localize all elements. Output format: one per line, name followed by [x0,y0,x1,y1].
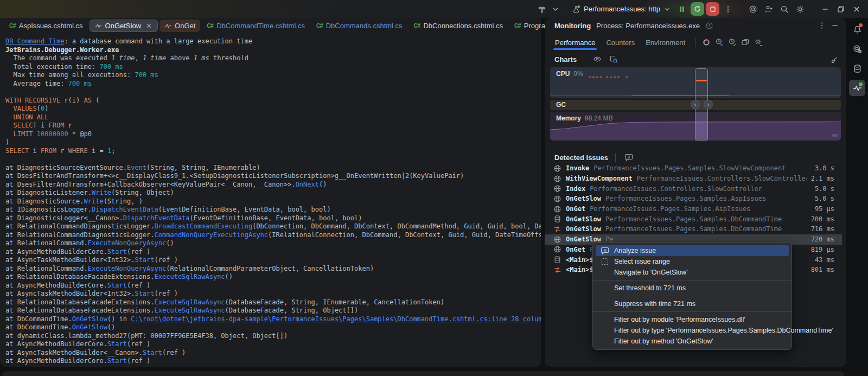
web-request-icon [553,245,561,253]
zoom-to-selection-icon[interactable] [608,53,620,65]
editor-tab-dbconnections-cshtml-cs[interactable]: C#DbConnections.cshtml.cs [409,20,508,32]
help-icon[interactable]: ? [705,22,713,30]
code-link[interactable]: C:\root\dotnet\jetbrains-dpa-sample\Perf… [131,315,541,323]
issue-row-ongetslow[interactable]: OnGetSlowPerformanceIssues.Pages.Samples… [545,194,842,204]
issue-row-withviewcomponent[interactable]: WithViewComponentPerformanceIssues.Contr… [545,174,842,184]
menu-item-filter-out-by[interactable]: Filter out by module 'PerformanceIssues.… [596,314,789,325]
editor-tab-ongetslow[interactable]: OnGetSlow [90,20,158,32]
code-link[interactable]: ExecuteNonQueryAsync [88,265,167,272]
bottom-panel-edge[interactable] [2,371,844,376]
code-line: at AsyncTaskMethodBuilder<Int32>.Start(r… [5,256,541,265]
analyze-bubble-icon[interactable]: @ [623,151,635,163]
code-link[interactable]: Start [135,290,154,297]
tab-environment[interactable]: Environment [641,34,690,50]
issue-row-invoke[interactable]: InvokePerformanceIssues.Pages.Samples.Sl… [545,163,842,174]
code-link[interactable]: ExecuteNonQueryAsync [88,239,167,247]
menu-item-suppress-with-time[interactable]: Suppress with time 721 ms [596,298,789,309]
code-line: at DsesFilterAndTransform+CallbackObserv… [5,181,541,189]
issue-row-onget[interactable]: OnGetPerformanceIssues.Pages.Samples.Asp… [545,204,842,214]
run-configuration-widget[interactable]: PerformanceIssues: http [570,2,673,16]
code-link[interactable]: Event [127,164,146,171]
issue-row-ongetslow[interactable]: OnGetSlowPerformanceIssues.Pages.Samples… [545,214,842,224]
issue-row-index[interactable]: IndexPerformanceIssues.Controllers.SlowC… [545,183,842,194]
charts-section-header: Charts [554,53,620,65]
ai-chat-icon[interactable] [849,41,865,57]
snapshots-layers-icon[interactable] [739,36,751,48]
tab-performance[interactable]: Performance [550,34,600,50]
menu-item-select-issue-range[interactable]: Select issue range [596,256,789,267]
code-link[interactable]: CommandNonQueryExecutingAsync [155,231,269,239]
editor-tab-aspissues-cshtml-cs[interactable]: C#AspIssues.cshtml.cs [4,20,88,32]
menu-separator [593,280,792,281]
rerun-button[interactable] [691,2,704,16]
code-link[interactable]: Write [84,197,104,205]
profile-donut-icon[interactable] [700,36,712,48]
issue-details-text: DB Command Time: a database command with… [5,37,541,366]
code-link[interactable]: Start [107,282,127,289]
stop-button[interactable] [706,2,719,16]
ai-assistant-icon[interactable] [746,2,760,16]
tab-label: DbCommandTime.cshtml.cs [216,22,305,30]
pause-button[interactable] [675,2,689,16]
notifications-bell-icon[interactable] [849,21,865,37]
monitoring-settings-gear-icon[interactable] [752,36,764,48]
code-link[interactable]: OnNext [296,181,319,188]
code-link[interactable]: Start [107,357,127,365]
editor-tab-dbcommands-cshtml-cs[interactable]: C#DbCommands.cshtml.cs [311,20,407,32]
editor-tab-onget[interactable]: OnGet [159,20,200,32]
settings-gear-icon[interactable] [793,2,807,16]
dpa-pulse-icon [164,22,171,29]
tab-close-icon[interactable] [145,22,152,29]
build-hammer-icon[interactable] [535,2,549,16]
code-line: at DbCommandTime.OnGetSlow() [5,323,541,332]
monitoring-pulse-icon[interactable] [849,80,865,96]
edit-time-clock-icon[interactable] [726,36,738,48]
search-everywhere-icon[interactable] [777,2,792,16]
code-link[interactable]: Write [92,189,111,196]
menu-item-navigate-to-ongetslow[interactable]: Navigate to 'OnGetSlow' [596,267,789,278]
database-tool-icon[interactable] [849,60,865,77]
code-line [5,155,541,164]
code-link[interactable]: DispatchEventData [92,206,158,213]
code-link[interactable]: Start [107,340,127,348]
code-link[interactable]: Start [143,349,162,356]
menu-item-set-threshold-to[interactable]: Set threshold to 721 ms [596,283,789,294]
code-link[interactable]: DB Command Time [5,37,64,45]
menu-item-analyze-issue[interactable]: @Analyze issue [596,245,789,256]
window-close-button[interactable] [850,2,864,16]
build-chevron-icon[interactable] [551,2,560,16]
issue-row-ongetslow[interactable]: OnGetSlowPerformanceIssues.Pages.Samples… [545,224,842,234]
threshold-clock-icon[interactable] [713,36,725,48]
selection-prev-chevron[interactable]: ‹ [691,100,700,109]
issue-duration: 720 ms [811,235,834,243]
code-link[interactable]: ExecuteSqlRawAsync [155,273,225,281]
editor-tab-dbcommandtime-cshtml-cs[interactable]: C#DbCommandTime.cshtml.cs [202,20,310,32]
panel-options-kebab-icon[interactable] [816,20,828,31]
tab-counters[interactable]: Counters [601,34,640,50]
panel-hide-minimize-icon[interactable] [829,20,841,31]
toolbar-divider [565,5,565,14]
menu-item-filter-out-by[interactable]: Filter out by type 'PerformanceIssues.Pa… [596,325,789,336]
visibility-eye-icon[interactable] [591,53,603,65]
code-link[interactable]: OnGetSlow [72,323,107,331]
editor-pane[interactable]: DB Command Time: a database command with… [0,33,541,367]
code-with-me-add-user-icon[interactable] [762,2,776,16]
code-link[interactable]: Start [107,248,127,256]
code-link[interactable]: BroadcastCommandExecuting [155,222,253,230]
run-more-kebab-icon[interactable] [721,2,735,16]
menu-item-label: Suppress with time 721 ms [614,300,695,308]
code-line: WITH RECURSIVE r(i) AS ( [5,97,541,105]
code-link[interactable]: Start [135,256,154,264]
window-minimize-button[interactable] [818,2,832,16]
issue-duration: 43 ms [815,256,834,264]
window-restore-button[interactable] [834,2,848,16]
selection-next-chevron[interactable]: › [704,100,713,109]
code-link[interactable]: OnGetSlow [72,315,107,323]
menu-item-filter-out-by[interactable]: Filter out by method 'OnGetSlow' [596,336,789,347]
web-request-icon [553,205,561,213]
code-link[interactable]: ExecuteSqlRawAsync [155,298,225,306]
clear-charts-broom-icon[interactable] [827,53,841,67]
code-link[interactable]: DispatchEventData [123,214,190,222]
code-line: at AsyncMethodBuilderCore.Start(ref ) [5,282,541,290]
code-link[interactable]: ExecuteSqlRawAsync [155,307,225,314]
